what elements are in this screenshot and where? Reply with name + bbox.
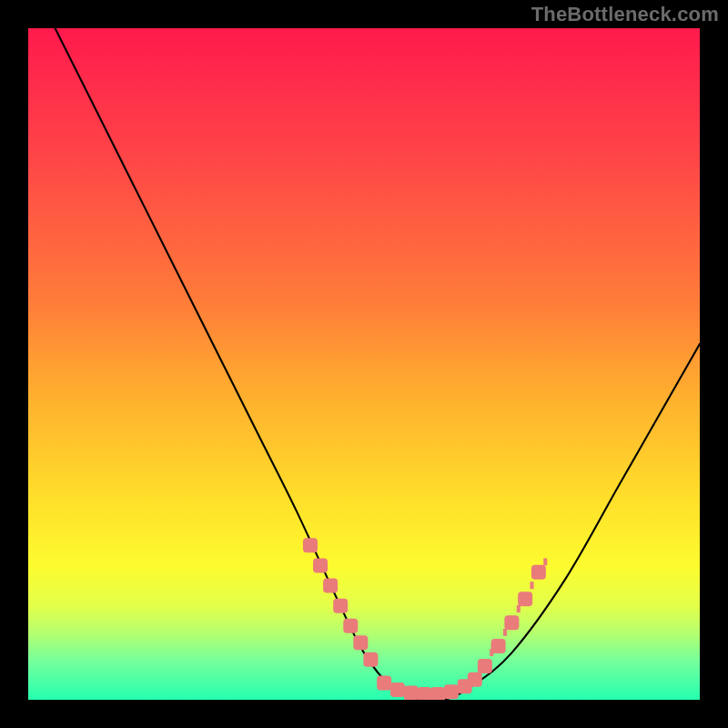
plot-area — [28, 28, 700, 700]
marker-right-markers — [504, 615, 519, 630]
tick-right-ticks — [490, 649, 493, 656]
marker-bottom-markers — [430, 687, 445, 700]
tick-right-ticks — [517, 605, 521, 612]
marker-left-markers — [323, 579, 338, 593]
marker-bottom-markers — [377, 676, 391, 691]
marker-right-markers — [518, 592, 532, 606]
marker-left-markers — [343, 619, 358, 633]
marker-left-markers — [333, 599, 348, 613]
marker-right-markers — [478, 659, 492, 673]
marker-left-markers — [353, 635, 368, 650]
marker-bottom-markers — [444, 684, 459, 699]
marker-left-markers — [303, 538, 318, 552]
marker-left-markers — [313, 558, 328, 572]
marker-bottom-markers — [468, 672, 482, 687]
marker-bottom-markers — [404, 686, 419, 700]
chart-frame: TheBottleneck.com — [0, 0, 728, 728]
watermark-text: TheBottleneck.com — [531, 3, 719, 26]
marker-left-markers — [363, 652, 378, 667]
tick-right-ticks — [503, 629, 507, 636]
marker-bottom-markers — [390, 682, 405, 697]
tick-right-ticks — [543, 558, 547, 565]
gradient-background — [28, 28, 700, 700]
plot-svg — [28, 28, 700, 700]
marker-bottom-markers — [417, 687, 431, 700]
tick-right-ticks — [531, 581, 534, 589]
marker-right-markers — [531, 565, 546, 580]
